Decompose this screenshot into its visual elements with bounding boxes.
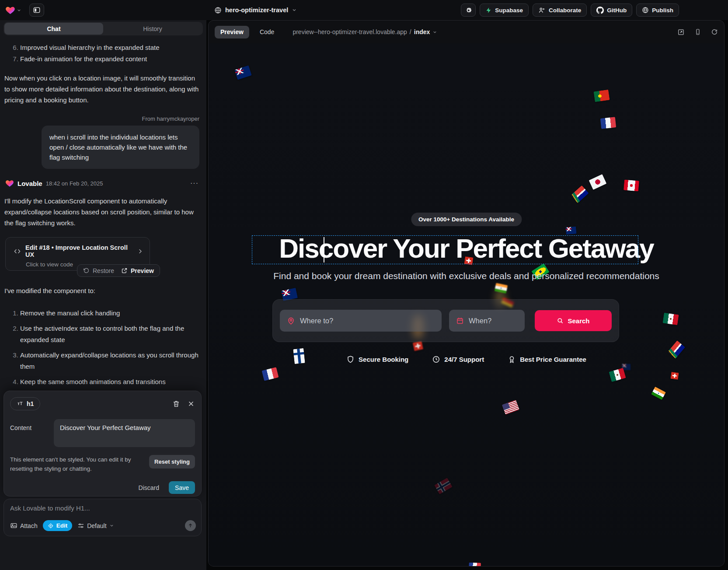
composer-input[interactable] <box>10 504 195 512</box>
globe-icon <box>642 7 649 14</box>
assistant-paragraph: I'll modify the LocationScroll component… <box>4 196 202 228</box>
message-author-label: From harrymckayroper <box>4 115 202 122</box>
supabase-bolt-icon <box>485 7 492 14</box>
flag-ch-icon <box>413 341 423 351</box>
hero-title[interactable]: Discover Your Perfect Getaway <box>209 233 724 264</box>
restore-icon <box>83 267 90 274</box>
list-item: Improved visual hierarchy in the expande… <box>20 42 202 53</box>
destinations-badge: Over 1000+ Destinations Available <box>411 213 522 226</box>
feature-secure-booking: Secure Booking <box>346 355 408 364</box>
search-button[interactable]: Search <box>535 310 612 331</box>
flag-ch-icon <box>670 372 679 380</box>
chevron-down-icon <box>292 7 297 13</box>
preview-toolbar: Preview Code preview--hero-optimizer-tra… <box>209 21 724 43</box>
url-page: index <box>414 28 430 35</box>
flag-ca-icon <box>624 180 639 192</box>
publish-button[interactable]: Publish <box>636 3 679 17</box>
tab-preview[interactable]: Preview <box>215 26 249 38</box>
panel-toggle-icon <box>33 6 41 14</box>
flag-in-icon <box>651 387 666 400</box>
url-host: preview--hero-optimizer-travel.lovable.a… <box>293 28 407 35</box>
user-message-bubble: when i scroll into the individual locati… <box>42 126 199 169</box>
element-editor-panel: h1 Content Discover Your Perfect Getaway… <box>3 391 202 497</box>
edit-card-wrap: Edit #18 • Improve Location Scroll UX Cl… <box>5 237 154 277</box>
sidebar-tabs: Chat History <box>3 22 203 35</box>
preview-url[interactable]: preview--hero-optimizer-travel.lovable.a… <box>293 28 437 35</box>
element-tag-chip[interactable]: h1 <box>10 397 40 410</box>
flag-za-icon <box>571 185 589 203</box>
feature-row: Secure Booking 24/7 Support Best Price G… <box>209 355 724 364</box>
top-bar: hero-optimizer-travel Supabase Collabora… <box>0 0 728 20</box>
text-caret <box>324 237 324 262</box>
tab-history[interactable]: History <box>103 23 202 35</box>
date-field[interactable] <box>449 310 525 332</box>
refresh-button[interactable] <box>711 28 718 36</box>
mobile-view-button[interactable] <box>694 28 701 36</box>
mode-selector[interactable]: Default <box>77 522 114 529</box>
assistant-steps-list: Remove the manual click handling Use the… <box>20 308 202 403</box>
lovable-heart-icon <box>5 179 14 188</box>
flag-pt-icon <box>593 90 610 102</box>
collaborate-button[interactable]: Collaborate <box>533 3 587 17</box>
search-icon <box>557 317 564 324</box>
preview-viewport[interactable]: Over 1000+ Destinations Available Discov… <box>209 43 724 567</box>
close-panel-button[interactable] <box>187 400 195 408</box>
destination-field[interactable] <box>280 310 442 332</box>
flag-mx-icon <box>609 368 626 382</box>
delete-element-button[interactable] <box>172 400 180 408</box>
restore-button[interactable]: Restore <box>83 267 114 274</box>
content-textarea[interactable]: Discover Your Perfect Getaway <box>54 419 195 447</box>
open-in-new-tab-button[interactable] <box>677 28 685 36</box>
element-tag-label: h1 <box>27 400 34 407</box>
edit-mode-pill[interactable]: Edit <box>43 520 73 531</box>
style-note: This element can't be styled. You can ed… <box>10 455 146 473</box>
project-selector[interactable]: hero-optimizer-travel <box>214 3 297 17</box>
message-menu-button[interactable]: ··· <box>188 179 201 187</box>
chat-scroll[interactable]: Improved visual hierarchy in the expande… <box>0 42 206 403</box>
flag-us-icon <box>502 400 519 415</box>
feature-price-guarantee: Best Price Guarantee <box>508 355 586 364</box>
github-button[interactable]: GitHub <box>591 3 632 17</box>
lovable-logo-menu[interactable] <box>5 5 21 15</box>
list-item: Remove the manual click handling <box>20 308 202 319</box>
save-button[interactable]: Save <box>169 481 195 494</box>
users-icon <box>538 7 546 14</box>
project-name: hero-optimizer-travel <box>225 7 288 14</box>
discard-button[interactable]: Discard <box>139 484 159 491</box>
tab-chat[interactable]: Chat <box>4 23 103 35</box>
assistant-paragraph: Now when you click on a location image, … <box>4 73 202 105</box>
calendar-icon <box>456 317 464 325</box>
chat-sidebar: Chat History Improved visual hierarchy i… <box>0 20 206 570</box>
flag-fr-icon <box>262 367 279 381</box>
chat-composer: Attach Edit Default <box>3 499 202 536</box>
content-label: Content <box>10 419 54 447</box>
flag-au-icon <box>234 65 252 80</box>
when-input[interactable] <box>469 317 518 325</box>
github-icon <box>596 7 604 14</box>
attach-button[interactable]: Attach <box>10 522 38 529</box>
restore-preview-pill: Restore Preview <box>77 264 160 277</box>
where-to-input[interactable] <box>300 317 435 325</box>
supabase-button[interactable]: Supabase <box>480 3 529 17</box>
arrow-up-icon <box>188 523 193 528</box>
code-icon <box>14 248 21 255</box>
message-timestamp: 18:42 on Feb 20, 2025 <box>46 180 103 187</box>
flag-jp-icon <box>589 174 607 190</box>
tab-code[interactable]: Code <box>254 26 280 38</box>
shield-icon <box>346 355 355 364</box>
typography-icon <box>17 401 24 407</box>
preview-version-button[interactable]: Preview <box>121 267 154 274</box>
settings-button[interactable] <box>461 3 476 17</box>
list-item: Fade-in animation for the expanded conte… <box>20 53 202 65</box>
chevron-down-icon <box>432 30 437 35</box>
reset-styling-button[interactable]: Reset styling <box>149 455 195 469</box>
flag-fr-icon <box>469 563 481 567</box>
search-card: Search <box>272 299 619 342</box>
external-link-icon <box>121 267 128 274</box>
flag-no-icon <box>434 478 452 494</box>
send-button[interactable] <box>185 520 196 531</box>
toggle-sidebar-button[interactable] <box>29 3 44 17</box>
gear-icon <box>465 7 472 14</box>
list-item: Keep the same smooth animations and tran… <box>20 376 202 388</box>
target-icon <box>48 523 54 529</box>
